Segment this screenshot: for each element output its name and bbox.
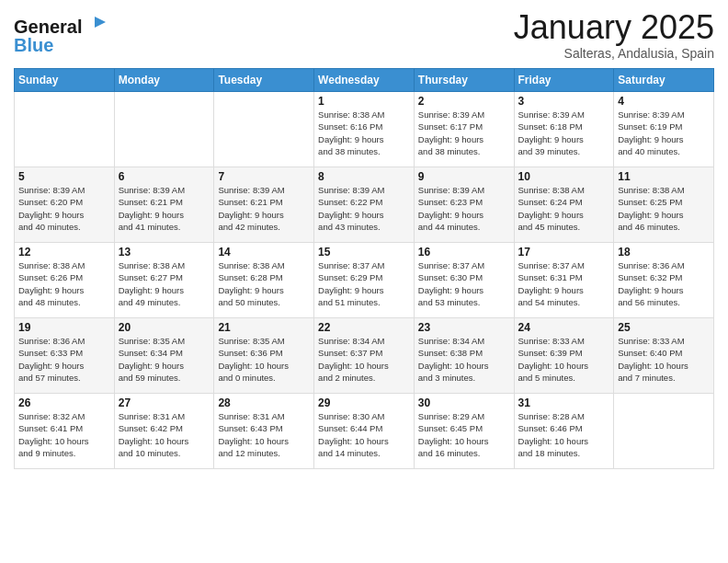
day-number: 15: [318, 246, 410, 259]
day-cell: 26Sunrise: 8:32 AMSunset: 6:41 PMDayligh…: [15, 394, 115, 469]
day-cell: [15, 92, 115, 167]
day-number: 18: [618, 246, 710, 259]
day-info: Sunrise: 8:35 AMSunset: 6:34 PMDaylight:…: [119, 335, 210, 384]
day-cell: 29Sunrise: 8:30 AMSunset: 6:44 PMDayligh…: [314, 394, 415, 469]
day-cell: 5Sunrise: 8:39 AMSunset: 6:20 PMDaylight…: [15, 167, 115, 243]
day-info: Sunrise: 8:38 AMSunset: 6:24 PMDaylight:…: [518, 184, 610, 233]
svg-text:Blue: Blue: [14, 35, 53, 55]
day-cell: 20Sunrise: 8:35 AMSunset: 6:34 PMDayligh…: [114, 318, 214, 394]
day-cell: 30Sunrise: 8:29 AMSunset: 6:45 PMDayligh…: [414, 394, 514, 469]
weekday-header-wednesday: Wednesday: [314, 69, 415, 92]
day-info: Sunrise: 8:39 AMSunset: 6:22 PMDaylight:…: [318, 184, 410, 233]
week-row-5: 26Sunrise: 8:32 AMSunset: 6:41 PMDayligh…: [15, 394, 714, 469]
day-info: Sunrise: 8:38 AMSunset: 6:27 PMDaylight:…: [119, 259, 210, 308]
day-info: Sunrise: 8:34 AMSunset: 6:38 PMDaylight:…: [418, 335, 510, 384]
day-info: Sunrise: 8:34 AMSunset: 6:37 PMDaylight:…: [318, 335, 410, 384]
weekday-header-saturday: Saturday: [614, 69, 714, 92]
day-number: 16: [418, 246, 510, 259]
day-info: Sunrise: 8:39 AMSunset: 6:19 PMDaylight:…: [618, 109, 710, 157]
location-subtitle: Salteras, Andalusia, Spain: [514, 46, 714, 61]
day-cell: 12Sunrise: 8:38 AMSunset: 6:26 PMDayligh…: [15, 243, 115, 318]
day-cell: 11Sunrise: 8:38 AMSunset: 6:25 PMDayligh…: [614, 167, 714, 243]
day-cell: 24Sunrise: 8:33 AMSunset: 6:39 PMDayligh…: [514, 318, 614, 394]
day-cell: [614, 394, 714, 469]
day-cell: 6Sunrise: 8:39 AMSunset: 6:21 PMDaylight…: [114, 167, 214, 243]
day-number: 5: [18, 170, 110, 183]
day-cell: 3Sunrise: 8:39 AMSunset: 6:18 PMDaylight…: [514, 92, 614, 167]
day-info: Sunrise: 8:31 AMSunset: 6:43 PMDaylight:…: [218, 410, 310, 459]
day-cell: 25Sunrise: 8:33 AMSunset: 6:40 PMDayligh…: [614, 318, 714, 394]
header: General Blue January 2025 Salteras, Anda…: [14, 9, 714, 61]
day-number: 25: [618, 321, 710, 334]
day-number: 1: [318, 95, 410, 108]
day-info: Sunrise: 8:36 AMSunset: 6:32 PMDaylight:…: [618, 259, 710, 308]
day-cell: 10Sunrise: 8:38 AMSunset: 6:24 PMDayligh…: [514, 167, 614, 243]
day-cell: 16Sunrise: 8:37 AMSunset: 6:30 PMDayligh…: [414, 243, 514, 318]
day-info: Sunrise: 8:30 AMSunset: 6:44 PMDaylight:…: [318, 410, 410, 459]
day-number: 23: [418, 321, 510, 334]
day-info: Sunrise: 8:37 AMSunset: 6:29 PMDaylight:…: [318, 259, 410, 308]
day-cell: 7Sunrise: 8:39 AMSunset: 6:21 PMDaylight…: [214, 167, 314, 243]
day-cell: 28Sunrise: 8:31 AMSunset: 6:43 PMDayligh…: [214, 394, 314, 469]
day-cell: [114, 92, 214, 167]
day-number: 31: [518, 396, 610, 409]
day-info: Sunrise: 8:29 AMSunset: 6:45 PMDaylight:…: [418, 410, 510, 459]
day-info: Sunrise: 8:32 AMSunset: 6:41 PMDaylight:…: [18, 410, 110, 459]
day-number: 14: [218, 246, 310, 259]
svg-marker-1: [95, 17, 106, 28]
day-number: 26: [18, 396, 110, 409]
day-number: 21: [218, 321, 310, 334]
day-number: 8: [318, 170, 410, 183]
day-info: Sunrise: 8:33 AMSunset: 6:40 PMDaylight:…: [618, 335, 710, 384]
day-info: Sunrise: 8:38 AMSunset: 6:28 PMDaylight:…: [218, 259, 310, 308]
day-cell: 13Sunrise: 8:38 AMSunset: 6:27 PMDayligh…: [114, 243, 214, 318]
day-info: Sunrise: 8:28 AMSunset: 6:46 PMDaylight:…: [518, 410, 610, 459]
title-block: January 2025 Salteras, Andalusia, Spain: [514, 9, 714, 61]
day-cell: 1Sunrise: 8:38 AMSunset: 6:16 PMDaylight…: [314, 92, 415, 167]
day-number: 10: [518, 170, 610, 183]
day-cell: 8Sunrise: 8:39 AMSunset: 6:22 PMDaylight…: [314, 167, 415, 243]
day-info: Sunrise: 8:39 AMSunset: 6:18 PMDaylight:…: [518, 109, 610, 157]
day-cell: 21Sunrise: 8:35 AMSunset: 6:36 PMDayligh…: [214, 318, 314, 394]
day-info: Sunrise: 8:39 AMSunset: 6:21 PMDaylight:…: [119, 184, 210, 233]
weekday-header-tuesday: Tuesday: [214, 69, 314, 92]
weekday-header-thursday: Thursday: [414, 69, 514, 92]
day-info: Sunrise: 8:39 AMSunset: 6:23 PMDaylight:…: [418, 184, 510, 233]
day-info: Sunrise: 8:39 AMSunset: 6:20 PMDaylight:…: [18, 184, 110, 233]
day-number: 27: [119, 396, 210, 409]
svg-text:General: General: [14, 17, 82, 37]
day-cell: 27Sunrise: 8:31 AMSunset: 6:42 PMDayligh…: [114, 394, 214, 469]
day-info: Sunrise: 8:39 AMSunset: 6:21 PMDaylight:…: [218, 184, 310, 233]
day-info: Sunrise: 8:35 AMSunset: 6:36 PMDaylight:…: [218, 335, 310, 384]
day-number: 22: [318, 321, 410, 334]
week-row-3: 12Sunrise: 8:38 AMSunset: 6:26 PMDayligh…: [15, 243, 714, 318]
day-number: 20: [119, 321, 210, 334]
day-info: Sunrise: 8:33 AMSunset: 6:39 PMDaylight:…: [518, 335, 610, 384]
day-cell: 23Sunrise: 8:34 AMSunset: 6:38 PMDayligh…: [414, 318, 514, 394]
day-number: 17: [518, 246, 610, 259]
day-cell: 2Sunrise: 8:39 AMSunset: 6:17 PMDaylight…: [414, 92, 514, 167]
day-number: 4: [618, 95, 710, 108]
logo: General Blue: [14, 13, 115, 61]
day-info: Sunrise: 8:38 AMSunset: 6:26 PMDaylight:…: [18, 259, 110, 308]
day-info: Sunrise: 8:31 AMSunset: 6:42 PMDaylight:…: [119, 410, 210, 459]
day-number: 19: [18, 321, 110, 334]
day-cell: 15Sunrise: 8:37 AMSunset: 6:29 PMDayligh…: [314, 243, 415, 318]
logo-svg: General Blue: [14, 13, 115, 57]
day-number: 29: [318, 396, 410, 409]
week-row-1: 1Sunrise: 8:38 AMSunset: 6:16 PMDaylight…: [15, 92, 714, 167]
day-info: Sunrise: 8:37 AMSunset: 6:30 PMDaylight:…: [418, 259, 510, 308]
day-number: 13: [119, 246, 210, 259]
day-number: 24: [518, 321, 610, 334]
day-info: Sunrise: 8:39 AMSunset: 6:17 PMDaylight:…: [418, 109, 510, 157]
day-number: 12: [18, 246, 110, 259]
day-cell: 19Sunrise: 8:36 AMSunset: 6:33 PMDayligh…: [15, 318, 115, 394]
weekday-header-friday: Friday: [514, 69, 614, 92]
day-info: Sunrise: 8:36 AMSunset: 6:33 PMDaylight:…: [18, 335, 110, 384]
week-row-2: 5Sunrise: 8:39 AMSunset: 6:20 PMDaylight…: [15, 167, 714, 243]
day-info: Sunrise: 8:38 AMSunset: 6:25 PMDaylight:…: [618, 184, 710, 233]
month-title: January 2025: [514, 9, 714, 46]
day-number: 11: [618, 170, 710, 183]
weekday-header-row: SundayMondayTuesdayWednesdayThursdayFrid…: [15, 69, 714, 92]
day-cell: 14Sunrise: 8:38 AMSunset: 6:28 PMDayligh…: [214, 243, 314, 318]
